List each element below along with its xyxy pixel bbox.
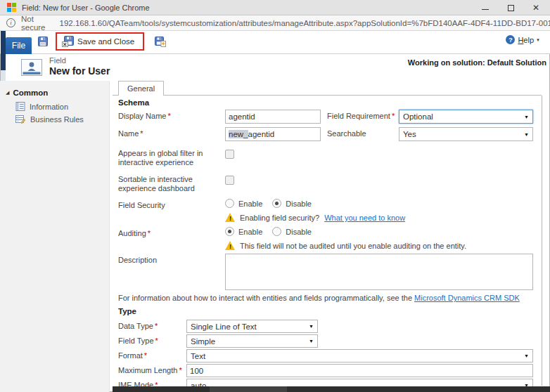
required-marker: * xyxy=(179,366,181,374)
toolbar-buttons: Save and Close xyxy=(35,32,168,51)
auditing-disable-radio[interactable] xyxy=(272,227,281,236)
maximum-length-input[interactable]: 100 xyxy=(186,364,533,377)
window-edge-strip xyxy=(1,70,6,81)
auditing-enable-radio[interactable] xyxy=(225,227,234,236)
help-menu[interactable]: ? Help ▼ xyxy=(506,35,540,44)
file-menu-button[interactable]: File xyxy=(6,37,32,54)
url-input[interactable]: 192.168.1.60/QATeam/tools/systemcustomiz… xyxy=(60,19,550,27)
field-type-label: Field Type* xyxy=(118,334,186,346)
window-title-bar: Field: New for User - Google Chrome ✕ xyxy=(0,0,550,15)
record-header: Field New for User Working on solution: … xyxy=(6,54,549,81)
window-edge-strip-top xyxy=(1,31,6,70)
required-marker: * xyxy=(155,322,158,330)
maximum-length-label: Maximum Length* xyxy=(118,364,186,375)
auditing-label: Auditing* xyxy=(118,227,225,238)
form-row: Format* Text ▼ xyxy=(118,349,536,362)
window-controls: ✕ xyxy=(473,0,549,15)
sortable-label: Sortable in interactive experience dashb… xyxy=(118,173,220,193)
dropdown-caret-icon: ▼ xyxy=(524,115,529,119)
required-marker: * xyxy=(148,229,151,237)
data-type-select[interactable]: Single Line of Text ▼ xyxy=(186,320,318,333)
field-type-select[interactable]: Simple ▼ xyxy=(186,334,318,348)
radio-label: Disable xyxy=(286,228,312,236)
data-type-value: Single Line of Text xyxy=(191,322,257,331)
auditing-enable-option: Enable xyxy=(225,227,262,236)
dropdown-caret-icon: ▼ xyxy=(524,353,529,358)
close-button[interactable]: ✕ xyxy=(523,0,549,15)
required-marker: * xyxy=(144,351,147,360)
sortable-checkbox[interactable] xyxy=(225,176,234,185)
form-row: Description xyxy=(118,254,536,290)
maximize-button[interactable] xyxy=(498,0,523,15)
tree-expanded-icon: ◢ xyxy=(6,90,9,96)
dropdown-caret-icon: ▼ xyxy=(309,339,314,344)
save-and-close-button[interactable]: Save and Close xyxy=(60,34,136,48)
radio-label: Enable xyxy=(238,228,262,236)
form-row: Field Security Enable Disable xyxy=(118,199,536,209)
page-title: New for User xyxy=(49,65,110,77)
searchable-label: Searchable xyxy=(327,127,399,138)
save-and-new-button[interactable] xyxy=(153,34,168,48)
bottom-status-bar xyxy=(113,386,550,392)
name-input[interactable]: new_agentid xyxy=(225,127,321,141)
sidebar-item-business-rules[interactable]: Business Rules xyxy=(15,115,109,124)
name-prefix-selected: new_ xyxy=(229,130,248,138)
annotation-red-box: Save and Close xyxy=(56,32,144,51)
minimize-icon xyxy=(482,9,489,10)
sidebar-item-information[interactable]: Information xyxy=(15,102,109,111)
entity-type-label: Field xyxy=(49,56,110,65)
sidebar-item-label: Business Rules xyxy=(30,115,84,124)
required-marker: * xyxy=(155,337,158,345)
field-security-enable-radio[interactable] xyxy=(225,199,234,208)
field-security-disable-radio[interactable] xyxy=(272,199,281,208)
auditing-disable-option: Disable xyxy=(272,227,312,236)
minimize-button[interactable] xyxy=(473,0,498,15)
form-row: Display Name* agentid Field Requirement*… xyxy=(118,110,536,124)
solution-status: Working on solution: Default Solution xyxy=(408,58,546,67)
address-bar: i Not secure 192.168.1.60/QATeam/tools/s… xyxy=(0,15,550,31)
site-info-icon[interactable]: i xyxy=(6,18,15,27)
field-security-warning-row: ! Enabling field security? What you need… xyxy=(118,213,536,223)
dropdown-caret-icon: ▼ xyxy=(524,132,529,137)
form-row: Name* new_agentid Searchable Yes ▼ xyxy=(118,127,536,141)
format-select[interactable]: Text ▼ xyxy=(186,349,533,362)
sidebar-group-common[interactable]: ◢ Common xyxy=(6,89,109,97)
field-type-value: Simple xyxy=(191,337,215,346)
save-button[interactable] xyxy=(35,34,51,48)
save-and-close-icon xyxy=(62,36,74,47)
logo-square-green xyxy=(12,3,16,7)
global-filter-checkbox[interactable] xyxy=(225,150,234,159)
crm-sdk-link[interactable]: Microsoft Dynamics CRM SDK xyxy=(414,294,520,302)
display-name-input[interactable]: agentid xyxy=(225,110,321,124)
form-row: Appears in global filter in interactive … xyxy=(118,147,536,167)
description-label: Description xyxy=(118,254,225,265)
field-security-enable-option: Enable xyxy=(225,199,262,208)
searchable-select[interactable]: Yes ▼ xyxy=(399,127,533,141)
sdk-note: For information about how to interact wi… xyxy=(118,294,536,303)
logo-square-yellow xyxy=(12,8,16,12)
field-requirement-select[interactable]: Optional ▼ xyxy=(399,110,533,124)
help-icon: ? xyxy=(506,35,515,44)
security-label[interactable]: Not secure xyxy=(21,15,46,32)
field-security-warning-text: Enabling field security? What you need t… xyxy=(240,213,405,222)
global-filter-label: Appears in global filter in interactive … xyxy=(118,147,220,167)
required-marker: * xyxy=(392,112,395,120)
dropdown-caret-icon: ▼ xyxy=(309,324,314,329)
tab-general[interactable]: General xyxy=(118,81,164,96)
format-label: Format* xyxy=(118,349,186,360)
data-type-label: Data Type* xyxy=(118,320,186,331)
status-bar-segment xyxy=(210,386,287,392)
field-entity-icon xyxy=(21,59,42,77)
description-textarea[interactable] xyxy=(225,254,533,290)
record-header-labels: Field New for User xyxy=(49,56,110,77)
warning-icon: ! xyxy=(225,213,236,223)
window-title: Field: New for User - Google Chrome xyxy=(22,4,150,12)
what-you-need-to-know-link[interactable]: What you need to know xyxy=(324,214,405,222)
field-form: Schema Display Name* agentid Field Requi… xyxy=(113,96,542,392)
spacer xyxy=(118,241,225,243)
main-content: General Schema Display Name* agentid Fie… xyxy=(113,81,542,386)
navigation-sidebar: ◢ Common Information Business Rules xyxy=(0,81,110,392)
warning-icon: ! xyxy=(225,241,236,251)
close-icon: ✕ xyxy=(532,3,539,13)
searchable-value: Yes xyxy=(403,130,416,138)
